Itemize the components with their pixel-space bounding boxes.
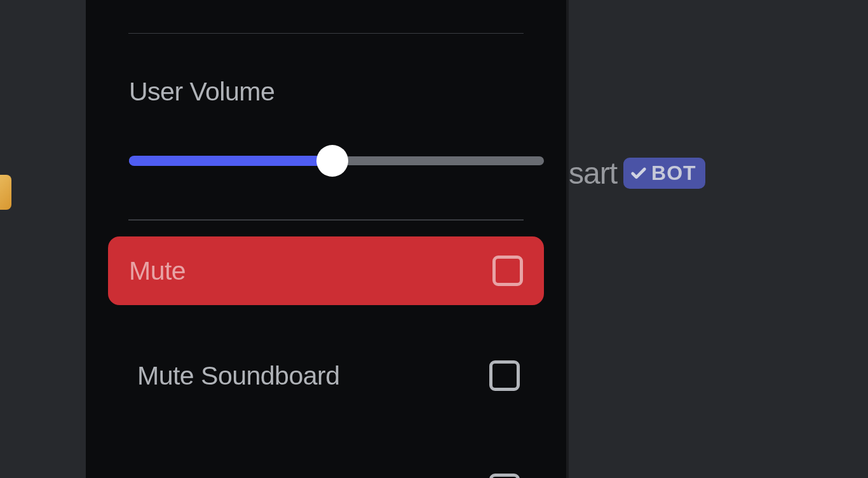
background-user-row: sart BOT (569, 156, 705, 191)
mute-soundboard-menu-item[interactable]: Mute Soundboard (108, 341, 544, 410)
slider-thumb[interactable] (316, 145, 348, 177)
mute-label: Mute (129, 256, 186, 286)
bot-badge: BOT (623, 158, 705, 189)
mute-checkbox[interactable] (492, 256, 523, 286)
mute-soundboard-label: Mute Soundboard (137, 361, 339, 391)
user-context-menu: User Volume Mute Mute Soundboard Disable… (86, 0, 569, 478)
user-volume-section: User Volume (108, 77, 544, 175)
mute-menu-item[interactable]: Mute (108, 236, 544, 305)
disable-video-menu-item[interactable]: Disable Video (108, 454, 544, 478)
left-edge-decoration (0, 175, 11, 210)
username-partial: sart (569, 156, 617, 191)
bot-badge-text: BOT (651, 161, 696, 185)
user-volume-slider[interactable] (129, 146, 544, 175)
disable-video-checkbox[interactable] (489, 474, 520, 478)
menu-divider (128, 219, 524, 221)
slider-fill (129, 156, 332, 166)
user-volume-label: User Volume (129, 77, 544, 107)
mute-soundboard-checkbox[interactable] (489, 360, 520, 391)
disable-video-label: Disable Video (137, 474, 294, 479)
verified-check-icon (630, 165, 648, 182)
menu-divider (128, 33, 524, 34)
